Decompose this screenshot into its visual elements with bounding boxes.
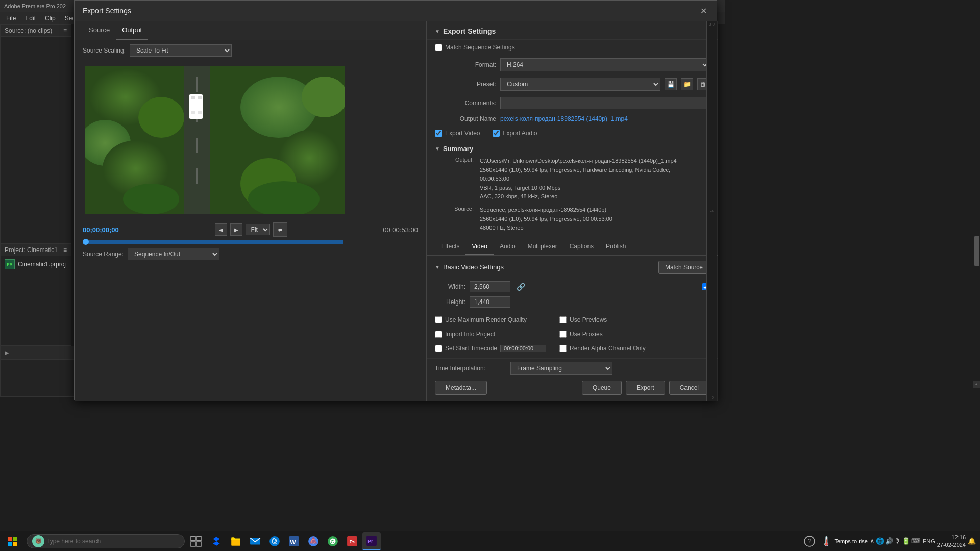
fit-select[interactable]: Fit <box>246 224 270 235</box>
scrollbar-add-btn[interactable]: + <box>973 381 980 388</box>
taskbar-explorer-icon[interactable] <box>227 532 245 550</box>
import-into-project-checkbox[interactable] <box>435 331 442 338</box>
source-range-select[interactable]: Sequence In/Out <box>128 248 219 260</box>
taskbar-search-bar[interactable]: 🐻 <box>27 534 185 548</box>
timecode-current[interactable]: 00;00;00;00 <box>83 226 119 234</box>
windows-logo-icon <box>8 537 17 546</box>
output-name-link[interactable]: pexels-коля-продан-18982554 (1440p)_1.mp… <box>500 115 628 122</box>
export-audio-label[interactable]: Export Audio <box>503 130 537 137</box>
dialog-close-btn[interactable]: ✕ <box>698 6 708 16</box>
height-row: Height: <box>427 294 718 310</box>
import-into-project-label[interactable]: Import Into Project <box>445 331 495 338</box>
export-video-label[interactable]: Export Video <box>445 130 480 137</box>
use-previews-label[interactable]: Use Previews <box>570 316 607 323</box>
system-tray: ∧ 🌐 🔊 🎙 🔋 ⌨ <box>870 537 921 545</box>
match-sequence-checkbox[interactable] <box>435 44 442 51</box>
taskbar-search-input[interactable] <box>46 538 169 545</box>
tray-chevron-icon[interactable]: ∧ <box>870 537 875 545</box>
tab-effects[interactable]: Effects <box>435 239 465 255</box>
tab-captions[interactable]: Captions <box>564 239 600 255</box>
taskbar-edge-icon[interactable] <box>265 532 284 550</box>
network-icon[interactable]: 🌐 <box>876 537 884 545</box>
cancel-btn[interactable]: Cancel <box>669 381 709 395</box>
match-sequence-label[interactable]: Match Sequence Settings <box>445 44 515 51</box>
timeline-scrubber[interactable] <box>83 240 343 244</box>
svg-rect-27 <box>191 542 195 546</box>
tab-output[interactable]: Output <box>116 21 148 40</box>
taskbar-red-app-icon[interactable]: Ps <box>343 532 361 550</box>
format-label: Format: <box>435 61 496 68</box>
help-icon[interactable]: ? <box>800 532 819 550</box>
play-btn[interactable]: ▶ <box>230 223 242 236</box>
loop-btn[interactable]: ⇄ <box>273 222 287 237</box>
set-start-timecode-label[interactable]: Set Start Timecode <box>445 345 497 352</box>
battery-icon[interactable]: 🔋 <box>902 537 910 545</box>
svg-point-32 <box>270 536 280 546</box>
svg-marker-29 <box>213 537 219 546</box>
preview-svg <box>85 66 345 214</box>
format-select[interactable]: H.264 <box>500 58 709 71</box>
tab-multiplexer[interactable]: Multiplexer <box>522 239 564 255</box>
project-item-cinematic[interactable]: PR Cinematic1.prproj <box>1 256 71 272</box>
preset-row: Preset: Custom 💾 📁 🗑 <box>427 74 718 94</box>
taskbar-chrome2-icon[interactable]: G <box>324 532 342 550</box>
preset-select[interactable]: Custom <box>500 78 660 91</box>
taskbar-premiere-icon[interactable]: Pr <box>362 532 381 550</box>
use-proxies-label[interactable]: Use Proxies <box>570 331 603 338</box>
set-start-timecode-checkbox[interactable] <box>435 345 442 352</box>
render-alpha-label[interactable]: Render Alpha Channel Only <box>570 345 646 352</box>
time-interp-select[interactable]: Frame Sampling <box>510 362 612 375</box>
queue-btn[interactable]: Queue <box>582 381 622 395</box>
height-input[interactable] <box>470 296 510 308</box>
mic-icon[interactable]: 🎙 <box>894 537 901 545</box>
sound-icon[interactable]: 🔊 <box>885 537 893 545</box>
import-preset-btn[interactable]: 📁 <box>681 78 693 90</box>
prev-frame-btn[interactable]: ◀ <box>215 223 227 236</box>
taskbar-chrome-icon[interactable] <box>304 532 323 550</box>
scrubber-handle[interactable] <box>83 239 89 245</box>
notification-bell-icon[interactable]: 🔔 <box>968 537 976 545</box>
start-button[interactable] <box>0 531 24 552</box>
tab-publish[interactable]: Publish <box>600 239 632 255</box>
use-max-render-checkbox[interactable] <box>435 316 442 323</box>
svg-point-14 <box>123 184 179 214</box>
taskbar-dropbox-icon[interactable] <box>207 532 226 550</box>
output-name-row: Output Name pexels-коля-продан-18982554 … <box>427 112 718 126</box>
comments-row: Comments: <box>427 94 718 112</box>
tab-audio[interactable]: Audio <box>494 239 522 255</box>
clock-date: 27-02-2024 <box>937 541 966 548</box>
scrollbar-thumb[interactable] <box>974 236 979 266</box>
use-max-render-label[interactable]: Use Maximum Render Quality <box>445 316 527 323</box>
menu-file[interactable]: File <box>2 14 20 23</box>
source-scaling-select[interactable]: Scale To Fit <box>130 44 232 57</box>
width-input[interactable] <box>470 281 510 292</box>
vertical-scrollbar[interactable]: + <box>973 235 980 388</box>
taskbar-mail-icon[interactable] <box>246 532 264 550</box>
tab-video[interactable]: Video <box>465 239 493 255</box>
taskbar-word-icon[interactable]: W <box>285 532 303 550</box>
dimension-link-icon[interactable]: 🔗 <box>514 283 527 291</box>
use-previews-checkbox[interactable] <box>559 316 567 323</box>
save-preset-btn[interactable]: 💾 <box>665 78 677 90</box>
export-btn[interactable]: Export <box>626 381 665 395</box>
comments-input[interactable] <box>500 97 709 109</box>
task-view-btn[interactable] <box>187 532 205 550</box>
source-panel-label: Source: (no clips) <box>5 27 52 34</box>
export-video-checkbox[interactable] <box>435 130 442 137</box>
export-dialog: Export Settings ✕ Source Output Source S… <box>74 0 717 400</box>
source-panel-menu[interactable]: ≡ <box>63 27 67 34</box>
tab-source[interactable]: Source <box>83 21 116 40</box>
keyboard-icon[interactable]: ⌨ <box>911 537 921 545</box>
use-proxies-checkbox[interactable] <box>559 331 567 338</box>
render-options-grid: Use Maximum Render Quality Use Previews … <box>427 310 718 358</box>
project-panel-menu[interactable]: ≡ <box>63 246 67 254</box>
menu-edit[interactable]: Edit <box>21 14 40 23</box>
source-panel: Source: (no clips) ≡ <box>0 24 71 244</box>
bvs-title: ▼ Basic Video Settings <box>435 263 504 271</box>
start-timecode-input[interactable] <box>500 345 546 352</box>
metadata-btn[interactable]: Metadata... <box>435 381 487 395</box>
match-source-btn[interactable]: Match Source <box>658 261 709 274</box>
export-audio-checkbox[interactable] <box>493 130 500 137</box>
menu-clip[interactable]: Clip <box>41 14 60 23</box>
render-alpha-checkbox[interactable] <box>559 345 567 352</box>
